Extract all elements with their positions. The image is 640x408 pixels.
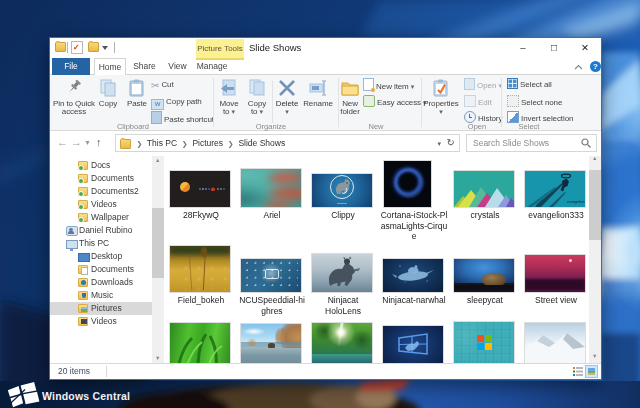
svg-text:evangelion: evangelion [567,200,584,204]
